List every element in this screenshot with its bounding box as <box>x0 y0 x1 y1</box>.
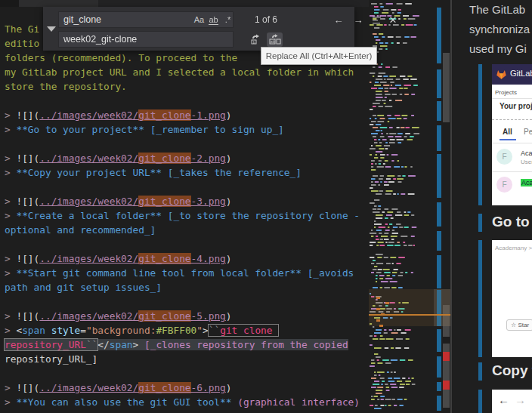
project-avatar: F <box>496 149 512 165</box>
next-match-button[interactable]: → <box>351 14 365 27</box>
code-token: ) <box>226 153 232 164</box>
tab-bar-corner <box>0 0 19 7</box>
code-token: > <box>5 325 16 336</box>
code-token: ![]( <box>16 253 39 264</box>
editor-line: > ![](../images/week02/git_clone-4.png) <box>5 251 232 266</box>
code-token: ../images/week02/ <box>39 153 138 164</box>
error-marker <box>443 352 450 361</box>
code-token: = <box>80 325 86 336</box>
overview-ruler[interactable] <box>422 0 450 413</box>
editor-line: repository_URL_] <box>5 352 97 366</box>
close-icon[interactable]: ✕ <box>386 14 400 27</box>
code-token: span <box>110 339 133 350</box>
code-token: < <box>16 325 22 336</box>
code-token: store the repository. <box>5 81 127 92</box>
code-token: > <box>5 196 16 207</box>
replace-row: b ab <box>58 31 353 48</box>
code-token: ) <box>226 109 232 121</box>
code-token: **Create a local folder** <box>16 210 167 221</box>
code-token: > <box>5 396 16 408</box>
blockquote-bar <box>478 240 482 357</box>
code-token: > <box>5 253 16 264</box>
code-token: repository_URL <box>5 339 86 350</box>
code-token: </ <box>97 339 109 350</box>
whole-word-icon[interactable]: ab <box>207 14 220 26</box>
panel-divider <box>450 0 452 413</box>
divider <box>492 119 532 120</box>
editor-region[interactable]: The Gieditiofolders (recommended). To pr… <box>0 7 369 413</box>
code-token: **Copy your project URL** <box>16 167 167 178</box>
code-token: git_clone <box>138 109 190 121</box>
code-token: `` <box>86 339 97 350</box>
replace-all-tooltip: Replace All (Ctrl+Alt+Enter) <box>261 47 377 65</box>
editor-line: > **Create a local folder** [_to store t… <box>5 208 360 223</box>
code-token: **You can also use the git GUI tool** <box>16 396 237 408</box>
replace-all-button[interactable]: ab <box>267 32 283 47</box>
replace-button[interactable]: b <box>248 32 264 47</box>
editor-line: > ![](../images/week02/git_clone-6.png) <box>5 381 232 395</box>
code-token: ) <box>226 196 232 207</box>
editor-line: > ![](../images/week02/git_clone-2.png) <box>5 151 232 165</box>
active-tab-fragment[interactable] <box>19 0 98 7</box>
gitlab-logo-icon <box>496 69 507 80</box>
code-token: ![]( <box>16 196 39 207</box>
modified-line-marker <box>437 356 441 378</box>
code-token: ../images/week02/ <box>39 382 138 393</box>
code-token: [_remember to sign up_] <box>150 124 284 135</box>
code-token: `` <box>209 325 220 336</box>
code-token: > <box>5 109 16 121</box>
code-token <box>45 325 51 336</box>
previous-match-button[interactable]: ← <box>332 14 345 27</box>
code-token: ![]( <box>16 382 39 393</box>
code-token: -3.png <box>191 196 226 207</box>
preview-heading-copy-url: Copy your project URL <box>492 362 532 379</box>
code-token: -1.png <box>191 109 226 121</box>
match-border-box: ``git clone <box>209 325 278 336</box>
editor-line: > **Start git command line tool from loc… <box>5 266 354 280</box>
code-token: repository_URL_] <box>5 353 97 365</box>
minimap-slider[interactable] <box>369 289 450 326</box>
code-token: my GitLab project URL and I selected a l… <box>5 66 354 78</box>
code-token: path and git setup issues_] <box>5 282 162 293</box>
inactive-selection: repository_URL``</span> [_clones reposit… <box>5 339 348 350</box>
toggle-replace-chevron-icon[interactable] <box>45 23 55 34</box>
svg-text:b: b <box>252 40 255 45</box>
find-replace-widget: Aa ab .* 1 of 6 ← → ✕ b <box>43 7 354 51</box>
editor-line: editio <box>5 36 39 51</box>
modified-line-marker <box>437 231 441 251</box>
code-token: ../images/week02/ <box>39 253 138 264</box>
modified-line-marker <box>437 329 441 352</box>
find-in-selection-icon[interactable] <box>370 14 383 27</box>
match-case-icon[interactable]: Aa <box>193 14 206 26</box>
forward-arrow-icon: → <box>515 393 526 406</box>
modified-line-marker <box>437 101 441 121</box>
code-token: editio <box>5 38 39 49</box>
gitlab-tab-personal: Personal <box>524 128 532 136</box>
code-token: git clone <box>220 325 278 336</box>
modified-line-marker <box>437 255 441 288</box>
code-token: > <box>5 210 16 221</box>
blockquote-bar: Go to your project <box>478 214 532 232</box>
search-highlight: Academany <box>521 179 532 186</box>
star-button: ☆ Star <box>506 319 532 331</box>
match-border-box: repository_URL`` <box>5 339 97 350</box>
editor-line: > **Go to your project** [_remember to s… <box>5 122 284 137</box>
whole-word-glyph: ab <box>209 15 218 25</box>
modified-line-marker <box>437 69 441 98</box>
modified-line-marker <box>437 202 441 227</box>
code-token: **Go to your project** <box>16 124 150 135</box>
project-avatar: F <box>496 177 512 193</box>
code-token: ../images/week02/ <box>39 196 138 207</box>
code-token: span <box>22 325 45 336</box>
replace-input[interactable] <box>58 31 234 48</box>
code-token: -6.png <box>191 382 226 393</box>
code-token: > <box>5 153 16 164</box>
gitlab-your-projects: Your projects <box>500 102 532 110</box>
code-token: [_clones repository from the copied <box>144 339 348 350</box>
code-token: [_to store the repository clone - <box>168 210 360 221</box>
code-token: git_clone <box>138 310 190 322</box>
code-token: > <box>5 124 16 135</box>
code-token: [_takes the reference_] <box>168 167 302 178</box>
editor-line: store the repository. <box>5 79 127 94</box>
regex-icon[interactable]: .* <box>221 14 234 26</box>
